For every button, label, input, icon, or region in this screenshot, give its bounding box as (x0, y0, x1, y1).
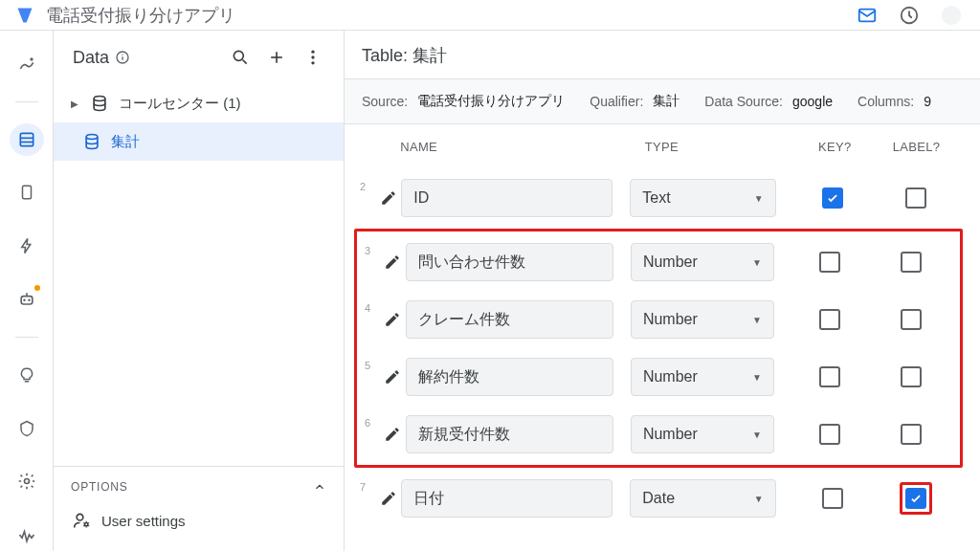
svg-point-2 (942, 5, 961, 24)
checkbox[interactable] (905, 488, 926, 509)
row-number: 5 (365, 358, 380, 371)
column-name-field[interactable]: クレーム件数 (406, 300, 613, 339)
user-settings-item[interactable]: User settings (71, 503, 326, 538)
header-key[interactable]: KEY? (794, 140, 876, 154)
info-icon[interactable] (115, 50, 130, 65)
edit-icon[interactable] (380, 250, 405, 275)
row-number: 3 (365, 243, 380, 256)
history-icon[interactable] (896, 2, 923, 29)
row-number: 7 (360, 479, 375, 493)
column-row: 7 日付 Date▼ (354, 470, 963, 527)
column-type-select[interactable]: Number▼ (631, 243, 774, 281)
svg-point-9 (23, 299, 26, 302)
more-icon[interactable] (300, 44, 326, 71)
column-type-select[interactable]: Number▼ (631, 415, 774, 453)
edit-icon[interactable] (380, 364, 405, 389)
topbar: 電話受付振り分けアプリ (0, 0, 980, 31)
add-icon[interactable] (263, 44, 290, 71)
nav-intelligence[interactable] (10, 359, 44, 391)
checkbox[interactable] (822, 488, 843, 509)
svg-point-23 (94, 97, 105, 101)
edit-icon[interactable] (376, 486, 401, 511)
column-name-field[interactable]: ID (401, 179, 612, 217)
nav-home[interactable] (10, 48, 44, 80)
caret-down-icon: ▼ (752, 430, 762, 440)
column-name-field[interactable]: 新規受付件数 (406, 415, 613, 453)
checkbox[interactable] (901, 424, 922, 445)
meta-datasource: google (792, 94, 833, 109)
edit-icon[interactable] (380, 307, 405, 332)
app-title: 電話受付振り分けアプリ (46, 4, 842, 27)
edit-icon[interactable] (376, 186, 401, 210)
column-type-select[interactable]: Number▼ (631, 300, 774, 339)
caret-down-icon: ▼ (752, 372, 762, 383)
tree-root-label: コールセンター (1) (119, 95, 241, 113)
nav-data[interactable] (10, 123, 44, 156)
search-icon[interactable] (227, 44, 254, 71)
nav-views[interactable] (10, 177, 44, 209)
tree-child-label: 集計 (111, 133, 140, 151)
account-icon[interactable] (938, 2, 965, 29)
rail-divider (15, 101, 38, 102)
column-row: 6 新規受付件数 Number▼ (359, 406, 958, 463)
svg-point-16 (234, 51, 243, 60)
checkbox[interactable] (819, 309, 840, 330)
column-name-field[interactable]: 日付 (401, 479, 612, 518)
header-type[interactable]: TYPE (645, 140, 794, 154)
svg-point-21 (311, 55, 314, 58)
svg-point-12 (24, 479, 29, 484)
user-settings-label: User settings (101, 513, 186, 529)
svg-rect-4 (20, 133, 33, 145)
column-headers: NAME TYPE KEY? LABEL? (345, 124, 980, 169)
nav-security[interactable] (10, 412, 44, 445)
edit-icon[interactable] (380, 422, 405, 447)
database-icon (82, 132, 101, 151)
highlight-group: 3 問い合わせ件数 Number▼ 4 クレーム件数 Number▼ 5 解約件… (354, 229, 963, 468)
caret-down-icon: ▼ (754, 494, 764, 504)
meta-source: 電話受付振り分けアプリ (417, 93, 565, 110)
column-name-field[interactable]: 問い合わせ件数 (406, 243, 613, 281)
column-name-field[interactable]: 解約件数 (406, 358, 613, 396)
svg-point-22 (311, 61, 314, 64)
nav-settings[interactable] (10, 465, 44, 497)
tree-root-item[interactable]: ▶ コールセンター (1) (54, 84, 344, 122)
column-row: 5 解約件数 Number▼ (359, 348, 958, 406)
caret-down-icon: ▼ (754, 193, 764, 204)
checkbox[interactable] (905, 187, 926, 209)
checkbox[interactable] (901, 309, 922, 330)
svg-point-26 (85, 523, 88, 526)
user-settings-icon (73, 511, 92, 530)
svg-point-15 (122, 55, 122, 55)
header-name[interactable]: NAME (400, 140, 613, 154)
mail-icon[interactable] (854, 2, 880, 29)
column-type-select[interactable]: Date▼ (630, 479, 775, 518)
table-title: Table: 集計 (345, 31, 980, 79)
svg-rect-7 (22, 187, 31, 200)
svg-point-24 (86, 135, 98, 140)
checkbox[interactable] (901, 252, 922, 273)
nav-manage[interactable] (10, 518, 44, 551)
app-logo (15, 6, 34, 25)
column-type-select[interactable]: Text▼ (630, 179, 775, 217)
tree-child-item[interactable]: 集計 (54, 122, 344, 161)
options-section: OPTIONS User settings (54, 466, 344, 551)
row-number: 2 (360, 179, 375, 192)
options-header[interactable]: OPTIONS (71, 480, 326, 503)
nav-actions[interactable] (10, 230, 44, 262)
caret-right-icon: ▶ (71, 99, 80, 109)
rail-divider (15, 337, 38, 338)
header-label[interactable]: LABEL? (876, 140, 957, 154)
checkbox[interactable] (901, 366, 922, 387)
data-panel: Data ▶ コールセンター (1) 集計 (54, 31, 345, 551)
checkbox[interactable] (819, 424, 840, 445)
nav-automation[interactable] (10, 283, 44, 316)
column-type-select[interactable]: Number▼ (631, 358, 774, 396)
topbar-actions (854, 2, 965, 29)
nav-rail (0, 31, 54, 551)
meta-bar: Source: 電話受付振り分けアプリ Qualifier: 集計 Data S… (345, 79, 980, 124)
caret-down-icon: ▼ (752, 257, 762, 268)
checkbox[interactable] (819, 252, 840, 273)
checkbox[interactable] (819, 366, 840, 387)
column-row: 4 クレーム件数 Number▼ (359, 291, 958, 348)
checkbox[interactable] (822, 187, 843, 209)
